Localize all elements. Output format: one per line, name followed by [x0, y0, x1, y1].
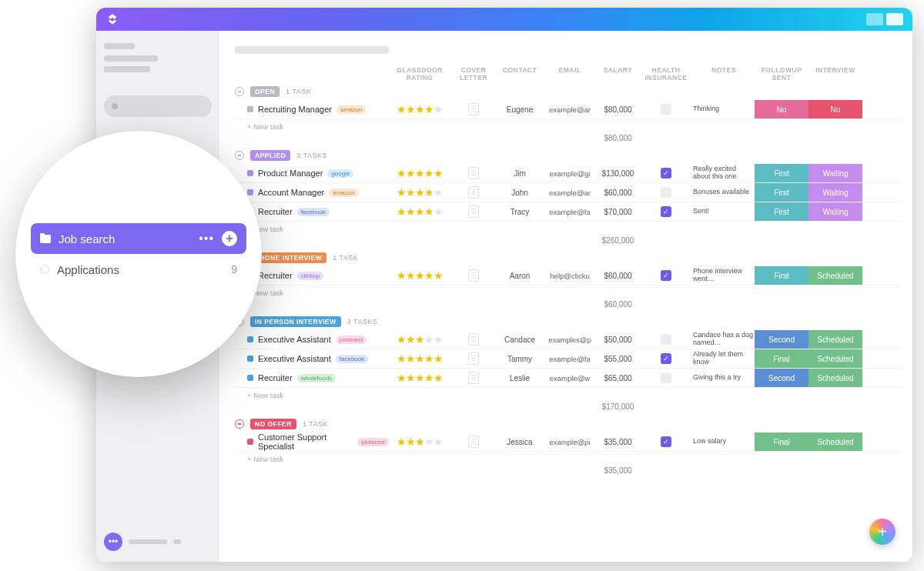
- task-title[interactable]: Recruiter: [258, 373, 293, 382]
- health-insurance-cell[interactable]: ✓: [639, 353, 693, 364]
- cover-letter-cell[interactable]: [450, 269, 497, 282]
- col-header[interactable]: EMAIL: [543, 66, 597, 82]
- followup-pill[interactable]: First: [755, 183, 808, 202]
- followup-pill[interactable]: Final: [755, 349, 808, 368]
- salary-cell[interactable]: $130,000: [597, 169, 639, 178]
- task-row[interactable]: Executive Assistant pinterest ★★★★★ Cand…: [235, 330, 902, 349]
- status-chip[interactable]: IN PERSON INTERVIEW: [250, 316, 341, 327]
- email-cell[interactable]: example@ar: [543, 105, 597, 114]
- sidebar-folder-job-search[interactable]: Job search ••• +: [31, 223, 246, 254]
- status-chip[interactable]: APPLIED: [250, 150, 290, 161]
- task-row[interactable]: Recruiter clickup ★★★★★ Aaron help@click…: [235, 266, 902, 286]
- rating-stars[interactable]: ★★★★★: [389, 186, 450, 199]
- new-task-button[interactable]: + New task: [235, 388, 902, 402]
- add-icon[interactable]: +: [222, 231, 237, 246]
- col-header[interactable]: SALARY: [597, 66, 639, 82]
- col-header[interactable]: HEALTH INSURANCE: [639, 66, 693, 82]
- rating-stars[interactable]: ★★★★★: [389, 205, 450, 218]
- rating-stars[interactable]: ★★★★★: [389, 333, 450, 346]
- followup-pill[interactable]: First: [755, 266, 808, 285]
- notes-cell[interactable]: Low salary: [693, 438, 755, 446]
- salary-cell[interactable]: $60,000: [597, 189, 639, 197]
- checkbox-icon[interactable]: [661, 372, 671, 383]
- status-square-icon[interactable]: [247, 439, 253, 445]
- rating-stars[interactable]: ★★★★★: [389, 103, 450, 115]
- fab-add-button[interactable]: +: [869, 519, 896, 545]
- task-title[interactable]: Account Manager: [258, 188, 324, 197]
- interview-pill[interactable]: Waiting: [808, 183, 862, 202]
- salary-cell[interactable]: $80,000: [597, 105, 639, 114]
- health-insurance-cell[interactable]: [639, 187, 693, 198]
- status-square-icon[interactable]: [247, 375, 253, 381]
- company-tag[interactable]: clickup: [297, 272, 323, 280]
- rating-stars[interactable]: ★★★★★: [389, 269, 450, 282]
- interview-pill[interactable]: Waiting: [808, 164, 862, 182]
- company-tag[interactable]: facebook: [297, 208, 330, 216]
- notes-cell[interactable]: Bonuses available: [693, 189, 755, 196]
- contact-cell[interactable]: Jessica: [497, 438, 543, 446]
- task-row[interactable]: Recruiter wholefoods ★★★★★ Leslie exampl…: [235, 369, 902, 388]
- followup-pill[interactable]: First: [755, 202, 808, 221]
- interview-pill[interactable]: No: [808, 100, 862, 119]
- salary-cell[interactable]: $50,000: [597, 336, 639, 344]
- col-header[interactable]: CONTACT: [497, 66, 543, 82]
- health-insurance-cell[interactable]: [639, 372, 693, 383]
- interview-pill[interactable]: Scheduled: [808, 330, 862, 349]
- task-title[interactable]: Recruiter: [258, 207, 293, 216]
- new-task-button[interactable]: + New task: [235, 119, 902, 134]
- cover-letter-cell[interactable]: [450, 167, 497, 179]
- task-row[interactable]: Executive Assistant facebook ★★★★★ Tammy…: [235, 349, 902, 369]
- email-cell[interactable]: example@ar: [543, 189, 597, 197]
- more-icon[interactable]: •••: [199, 232, 214, 245]
- notes-cell[interactable]: Candace has a dog named…: [693, 332, 755, 347]
- notes-cell[interactable]: Sent!: [693, 208, 755, 215]
- new-task-button[interactable]: + New task: [235, 222, 902, 236]
- task-title[interactable]: Executive Assistant: [258, 335, 331, 344]
- followup-pill[interactable]: Second: [755, 369, 808, 387]
- notes-cell[interactable]: Already let them know: [693, 351, 755, 366]
- status-chip[interactable]: NO OFFER: [250, 419, 296, 429]
- company-tag[interactable]: facebook: [336, 355, 368, 363]
- interview-pill[interactable]: Scheduled: [808, 432, 862, 451]
- company-tag[interactable]: amazon: [336, 105, 366, 114]
- company-tag[interactable]: google: [327, 169, 353, 178]
- notes-cell[interactable]: Thinking: [693, 105, 755, 113]
- checkbox-icon[interactable]: ✓: [661, 206, 671, 217]
- checkbox-icon[interactable]: ✓: [661, 270, 671, 281]
- contact-cell[interactable]: Candace: [497, 336, 543, 344]
- checkbox-icon[interactable]: ✓: [661, 353, 671, 364]
- collapse-icon[interactable]: [235, 151, 244, 160]
- task-row[interactable]: Recruiter facebook ★★★★★ Tracy example@f…: [235, 202, 902, 222]
- task-title[interactable]: Executive Assistant: [258, 354, 331, 363]
- health-insurance-cell[interactable]: ✓: [639, 436, 693, 447]
- email-cell[interactable]: example@fa: [543, 208, 597, 216]
- health-insurance-cell[interactable]: ✓: [639, 270, 693, 281]
- collapse-icon[interactable]: [235, 419, 244, 429]
- rating-stars[interactable]: ★★★★★: [389, 167, 450, 179]
- email-cell[interactable]: example@fa: [543, 355, 597, 363]
- cover-letter-cell[interactable]: [450, 436, 497, 448]
- contact-cell[interactable]: John: [497, 189, 543, 197]
- interview-pill[interactable]: Waiting: [808, 202, 862, 221]
- window-minimize-button[interactable]: [866, 13, 883, 25]
- task-row[interactable]: Recruiting Manager amazon ★★★★★ Eugene e…: [235, 100, 902, 119]
- cover-letter-cell[interactable]: [450, 352, 497, 365]
- followup-pill[interactable]: No: [755, 100, 808, 119]
- col-header[interactable]: INTERVIEW: [808, 66, 862, 82]
- email-cell[interactable]: example@gi: [543, 169, 597, 178]
- status-chip[interactable]: OPEN: [250, 86, 280, 97]
- followup-pill[interactable]: Second: [755, 330, 808, 349]
- sidebar-search[interactable]: [104, 95, 212, 117]
- salary-cell[interactable]: $60,000: [597, 272, 639, 280]
- checkbox-icon[interactable]: ✓: [661, 168, 671, 179]
- col-header[interactable]: NOTES: [693, 66, 755, 82]
- notes-cell[interactable]: Phone interview went…: [693, 268, 755, 283]
- status-square-icon[interactable]: [247, 189, 253, 195]
- status-square-icon[interactable]: [247, 356, 253, 362]
- rating-stars[interactable]: ★★★★★: [389, 352, 450, 365]
- contact-cell[interactable]: Aaron: [497, 272, 543, 280]
- col-header[interactable]: FOLLOWUP SENT: [755, 66, 808, 82]
- checkbox-icon[interactable]: [661, 334, 671, 345]
- interview-pill[interactable]: Scheduled: [808, 369, 862, 387]
- interview-pill[interactable]: Scheduled: [808, 349, 862, 368]
